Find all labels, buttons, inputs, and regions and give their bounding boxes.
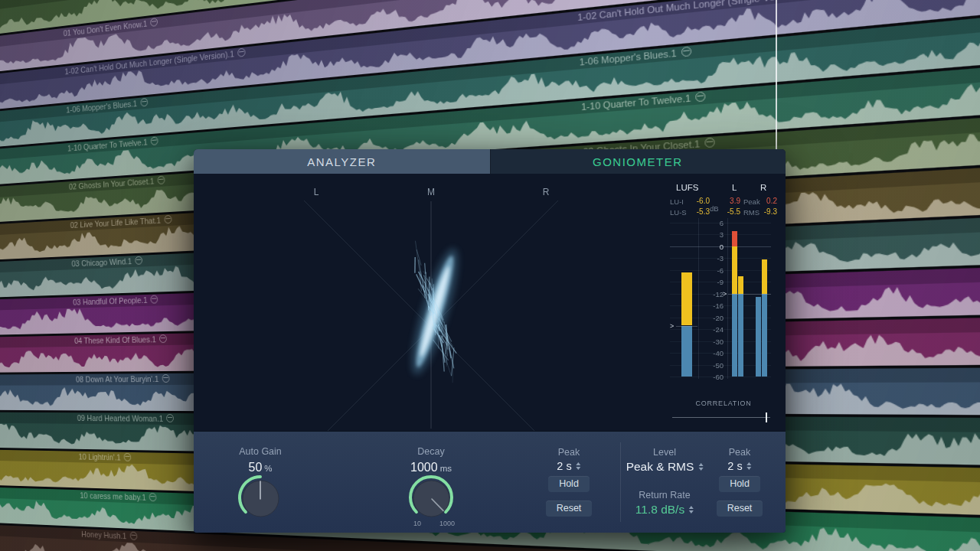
plugin-control-bar: Auto Gain 50% Decay 1000ms 10 1000 Peak … — [194, 431, 786, 533]
db-unit-label: dB — [710, 204, 719, 213]
left-peak-bar-blue — [732, 294, 737, 377]
lufs-bar-blue — [681, 326, 692, 377]
lu-i-label: LU-I — [670, 197, 684, 206]
r-peak-value: 0.2 — [759, 197, 777, 205]
correlation-label: CORRELATION — [670, 399, 777, 407]
left-rms-bar-yellow — [738, 276, 743, 294]
db-scale-label: -9 — [701, 278, 724, 286]
reset-button-right[interactable]: Reset — [717, 500, 763, 517]
db-scale-label: 6 — [701, 219, 724, 227]
level-label: Level — [653, 447, 676, 458]
hold-button-left[interactable]: Hold — [548, 476, 590, 492]
db-scale-label: -3 — [701, 254, 724, 262]
peak-row-label: Peak — [743, 197, 760, 206]
correlation-marker — [766, 412, 767, 422]
decay-min-label: 10 — [413, 520, 421, 527]
stepper-chevrons-icon — [577, 462, 581, 470]
meter-panel: LUFS L R LU-I -6.0 3.9 Peak 0.2 LU-S -5.… — [194, 174, 786, 431]
db-scale-label: -60 — [701, 372, 724, 380]
decay-knob[interactable] — [407, 473, 456, 522]
stepper-chevrons-icon — [747, 462, 752, 470]
playhead-line — [776, 0, 777, 151]
decay-label: Decay — [417, 446, 444, 457]
multimeter-plugin-window: ANALYZER GONIOMETER L M R — [194, 149, 786, 533]
correlation-line — [672, 417, 770, 418]
left-peak-bar-yellow — [732, 246, 737, 294]
level-dropdown[interactable]: Peak & RMS — [626, 460, 704, 474]
plugin-tab-bar: ANALYZER GONIOMETER — [194, 149, 786, 174]
peak-right-stepper[interactable]: 2 s — [727, 460, 751, 472]
hold-button-right[interactable]: Hold — [719, 476, 760, 492]
db-scale-label: -50 — [701, 360, 724, 369]
tab-goniometer[interactable]: GONIOMETER — [490, 149, 786, 174]
goniometer-display: L M R LUFS L R — [194, 174, 786, 431]
scale-gridline-left — [698, 218, 699, 379]
db-scale-label: -40 — [701, 349, 724, 357]
db-scale-label: -20 — [701, 313, 724, 321]
l-peak-value: 3.9 — [722, 197, 740, 205]
dropdown-chevrons-icon — [698, 463, 703, 471]
auto-gain-knob[interactable] — [236, 473, 285, 522]
lufs-hold-marker: > — [670, 322, 674, 330]
left-peak-bar-red — [732, 231, 737, 246]
db-scale-label: -6 — [701, 266, 724, 274]
lufs-title: LUFS — [676, 183, 698, 192]
reset-button-left[interactable]: Reset — [546, 500, 592, 517]
right-rms-bar-yellow — [762, 259, 767, 293]
scale-gridline-right — [727, 218, 728, 379]
db-scale-label: 3 — [701, 230, 724, 239]
control-divider — [620, 442, 621, 522]
peak-right-label: Peak — [729, 447, 751, 458]
lu-i-value: -6.0 — [688, 197, 710, 205]
return-rate-stepper[interactable]: 11.8 dB/s — [635, 503, 694, 517]
meter-col-r: R — [760, 183, 766, 192]
auto-gain-label: Auto Gain — [239, 446, 282, 457]
lr-hold-marker: > — [723, 290, 727, 298]
tab-analyzer[interactable]: ANALYZER — [194, 149, 490, 174]
lufs-hold-line — [676, 326, 697, 327]
l-rms-value: -5.5 — [722, 207, 740, 216]
lu-s-label: LU-S — [670, 208, 687, 217]
r-rms-value: -9.3 — [757, 207, 777, 216]
lu-s-value: -5.3 — [688, 207, 710, 216]
right-peak-bar-blue — [756, 297, 761, 377]
lr-hold-line — [728, 294, 771, 295]
db-scale-label: -24 — [701, 325, 724, 334]
db-scale-label: 0 — [701, 242, 724, 250]
left-rms-bar-blue — [738, 294, 743, 377]
right-rms-bar-blue — [762, 294, 767, 377]
db-scale-label: -12 — [701, 289, 724, 298]
db-scale-label: -16 — [701, 302, 724, 310]
return-rate-label: Return Rate — [639, 490, 690, 500]
stepper-chevrons-icon — [689, 506, 694, 514]
peak-left-stepper[interactable]: 2 s — [557, 460, 580, 472]
lufs-bar-yellow — [681, 272, 692, 326]
screen: T 394041424344454647 01 Get Paid.101 Get… — [0, 0, 980, 551]
db-scale-label: -30 — [701, 337, 724, 345]
peak-left-label: Peak — [558, 447, 580, 458]
decay-max-label: 1000 — [439, 520, 455, 527]
meter-col-l: L — [732, 183, 737, 192]
